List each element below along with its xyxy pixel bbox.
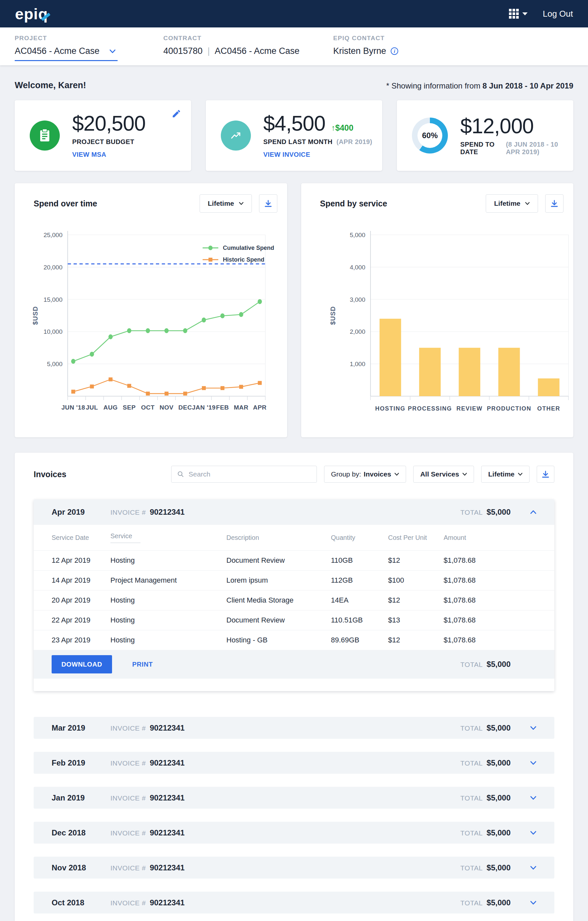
spend-by-service-chart: 1,0002,0003,0004,0005,000HOSTINGPROCESSI… [301, 222, 573, 431]
invoice-month: Feb 2019 [52, 758, 111, 768]
invoice-total-group: TOTAL$5,000 [460, 863, 511, 872]
invoice-header-row[interactable]: Apr 2019 INVOICE #90212341 TOTAL$5,000 [34, 500, 554, 525]
expand-invoice-button[interactable] [530, 831, 536, 835]
invoices-title: Invoices [34, 470, 66, 479]
collapse-invoice-button[interactable] [530, 510, 536, 514]
svg-text:$USD: $USD [329, 306, 337, 325]
cell: Project Management [111, 576, 226, 584]
invoice-footer: DOWNLOAD PRINT TOTAL$5,000 [34, 650, 554, 679]
svg-text:OCT: OCT [141, 404, 155, 411]
app-switcher-button[interactable] [509, 9, 528, 19]
invoice-row-collapsed[interactable]: Dec 2018 INVOICE #90212341 TOTAL$5,000 [34, 822, 554, 844]
trending-up-icon [230, 130, 242, 142]
pencil-icon [171, 109, 181, 119]
invoice-total: $5,000 [487, 508, 511, 516]
chevron-down-icon [518, 473, 523, 476]
invoice-number-label: INVOICE # [111, 899, 146, 906]
invoice-number: 90212341 [150, 898, 184, 907]
invoices-toolbar: Invoices Group by:Invoices All Services … [34, 466, 554, 483]
log-out-link[interactable]: Log Out [542, 9, 573, 19]
charts-row: Spend over time Lifetime 5,00010,00015,0… [15, 183, 573, 437]
expand-invoice-button[interactable] [530, 726, 536, 730]
clipboard-icon [38, 129, 51, 143]
contract-number: 40015780 [163, 46, 202, 56]
download-invoice-button[interactable]: DOWNLOAD [52, 655, 112, 674]
cell: 12 Apr 2019 [52, 556, 111, 565]
total-label: TOTAL [460, 661, 482, 668]
invoice-row-collapsed[interactable]: Mar 2019 INVOICE #90212341 TOTAL$5,000 [34, 717, 554, 739]
spend-to-date-label: SPEND TO DATE [460, 141, 502, 156]
invoice-month: Nov 2018 [52, 863, 111, 872]
invoice-line-item-row: 20 Apr 2019HostingClient Media Storage14… [34, 590, 554, 610]
spend-by-service-period-filter[interactable]: Lifetime [486, 194, 538, 213]
download-invoices-button[interactable] [537, 466, 554, 483]
column-header: Description [226, 534, 331, 542]
svg-text:25,000: 25,000 [44, 231, 62, 238]
grid-menu-icon [509, 9, 519, 19]
cell: Hosting [111, 596, 226, 605]
invoice-number: 90212341 [150, 828, 184, 837]
svg-text:$USD: $USD [32, 306, 39, 325]
invoice-row-collapsed[interactable]: Oct 2018 INVOICE #90212341 TOTAL$5,000 [34, 892, 554, 913]
group-by-filter[interactable]: Group by:Invoices [324, 466, 406, 483]
download-spend-by-service-button[interactable] [545, 194, 564, 213]
invoice-number-label: INVOICE # [111, 724, 146, 732]
search-icon [178, 470, 184, 478]
cell: Hosting [111, 636, 226, 644]
cell: Hosting [111, 556, 226, 565]
invoice-month: Apr 2019 [52, 508, 111, 517]
contract-column: CONTRACT 40015780 | AC0456 - Acme Case [163, 29, 333, 65]
svg-text:10,000: 10,000 [44, 328, 62, 335]
invoice-number-group: INVOICE #90212341 [111, 898, 184, 907]
expand-invoice-button[interactable] [530, 866, 536, 870]
invoice-row-collapsed[interactable]: Nov 2018 INVOICE #90212341 TOTAL$5,000 [34, 857, 554, 879]
search-input[interactable] [189, 470, 311, 478]
invoice-expanded-card: Apr 2019 INVOICE #90212341 TOTAL$5,000 S… [34, 500, 554, 691]
info-icon[interactable]: i [391, 47, 398, 55]
invoice-number-label: INVOICE # [111, 794, 146, 802]
invoice-month: Jan 2019 [52, 793, 111, 802]
note-prefix: * Showing information from [386, 81, 480, 90]
edit-budget-button[interactable] [171, 109, 181, 120]
cell: $1,078.68 [444, 616, 536, 625]
spend-over-time-title: Spend over time [34, 199, 200, 208]
spend-last-month-card: $4,500 ↑$400 SPEND LAST MONTH (APR 2019)… [206, 100, 382, 171]
download-spend-over-time-button[interactable] [259, 194, 277, 213]
invoice-row-collapsed[interactable]: Feb 2019 INVOICE #90212341 TOTAL$5,000 [34, 752, 554, 774]
project-selector[interactable]: AC0456 - Acme Case [15, 46, 117, 61]
spend-by-service-title: Spend by service [320, 199, 486, 208]
cell: Client Media Storage [226, 596, 331, 605]
project-budget-amount: $20,500 [72, 113, 145, 135]
services-filter[interactable]: All Services [413, 466, 474, 483]
chevron-down-icon [239, 202, 244, 205]
expand-invoice-button[interactable] [530, 796, 536, 800]
spend-over-time-chart: 5,00010,00015,00020,00025,000JUN '18JULA… [15, 222, 287, 431]
cell: 89.69GB [331, 636, 388, 644]
contact-column: EPIQ CONTACT Kristen Byrne i [333, 29, 398, 65]
epiq-logo[interactable]: epiq [15, 6, 48, 21]
svg-text:MAR: MAR [234, 404, 249, 411]
welcome-greeting: Welcome, Karen! [15, 80, 86, 91]
total-label: TOTAL [460, 759, 482, 767]
invoice-total: $5,000 [487, 758, 511, 767]
group-by-value: Invoices [363, 470, 391, 478]
invoice-search[interactable] [171, 466, 317, 483]
invoice-row-collapsed[interactable]: Jan 2019 INVOICE #90212341 TOTAL$5,000 [34, 787, 554, 809]
column-header: Service Date [52, 534, 111, 542]
svg-text:20,000: 20,000 [44, 264, 62, 271]
cell: 20 Apr 2019 [52, 596, 111, 605]
view-msa-link[interactable]: VIEW MSA [72, 151, 106, 158]
spend-last-month-period: (APR 2019) [337, 138, 372, 146]
spend-over-time-period-filter[interactable]: Lifetime [200, 194, 252, 213]
total-label: TOTAL [460, 509, 482, 516]
cell: Document Review [226, 616, 331, 625]
expand-invoice-button[interactable] [530, 901, 536, 905]
print-invoice-link[interactable]: PRINT [132, 661, 153, 668]
view-invoice-link[interactable]: VIEW INVOICE [263, 151, 310, 158]
chevron-down-icon [530, 796, 536, 800]
invoices-period-filter[interactable]: Lifetime [481, 466, 529, 483]
expand-invoice-button[interactable] [530, 761, 536, 765]
chevron-down-icon [530, 761, 536, 765]
cell: $1,078.68 [444, 576, 536, 584]
invoice-number-label: INVOICE # [111, 509, 146, 516]
